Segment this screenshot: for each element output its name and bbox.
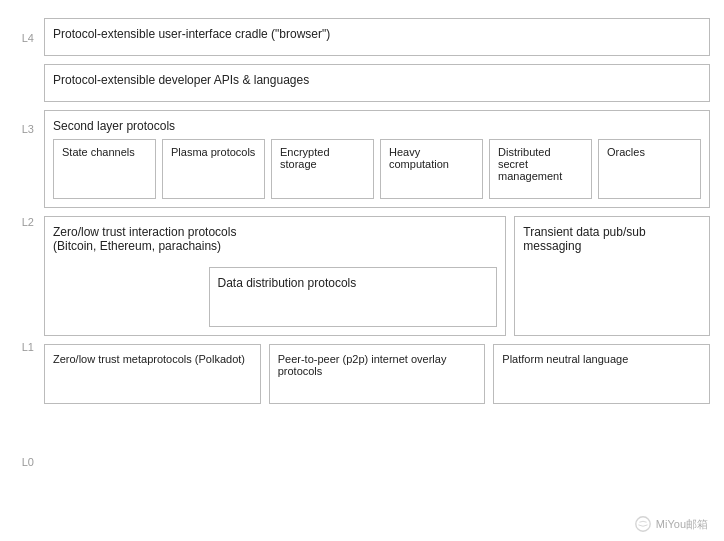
watermark-icon: [634, 515, 652, 533]
l2-title: Second layer protocols: [53, 119, 701, 133]
label-l4: L4: [0, 20, 44, 44]
l4-title: Protocol-extensible user-interface cradl…: [53, 27, 701, 41]
l1-left-panel: Zero/low trust interaction protocols(Bit…: [44, 216, 506, 336]
watermark: MiYou邮箱: [634, 515, 708, 533]
l1-sub-panel: Data distribution protocols: [209, 267, 498, 327]
layer-l0: Zero/low trust metaprotocols (Polkadot) …: [44, 344, 710, 404]
layer-l4: Protocol-extensible user-interface cradl…: [44, 18, 710, 56]
layer-l3: Protocol-extensible developer APIs & lan…: [44, 64, 710, 102]
layer-l2: Second layer protocols State channels Pl…: [44, 110, 710, 208]
label-l2: L2: [0, 206, 44, 228]
box-encrypted-storage: Encrypted storage: [271, 139, 374, 199]
layer-labels: L4 L3 L2 L1 L0: [0, 10, 44, 531]
l3-title: Protocol-extensible developer APIs & lan…: [53, 73, 701, 87]
svg-point-0: [636, 517, 650, 531]
l0-metaprotocols: Zero/low trust metaprotocols (Polkadot): [44, 344, 261, 404]
box-distributed-secret: Distributed secret management: [489, 139, 592, 199]
box-plasma: Plasma protocols: [162, 139, 265, 199]
watermark-text: MiYou邮箱: [656, 517, 708, 532]
l1-right-panel: Transient data pub/sub messaging: [514, 216, 710, 336]
l1-sub-title: Data distribution protocols: [218, 276, 489, 290]
layers-wrapper: L4 L3 L2 L1 L0 Protocol-extensible user-…: [0, 0, 724, 541]
label-l3: L3: [0, 117, 44, 135]
box-oracles: Oracles: [598, 139, 701, 199]
l1-left-title: Zero/low trust interaction protocols(Bit…: [53, 225, 497, 253]
l0-platform: Platform neutral language: [493, 344, 710, 404]
label-l0: L0: [0, 446, 44, 468]
layers-content: Protocol-extensible user-interface cradl…: [44, 10, 724, 531]
layer-l1: Zero/low trust interaction protocols(Bit…: [44, 216, 710, 336]
box-state-channels: State channels: [53, 139, 156, 199]
l0-p2p: Peer-to-peer (p2p) internet overlay prot…: [269, 344, 486, 404]
label-l1: L1: [0, 331, 44, 353]
l2-boxes: State channels Plasma protocols Encrypte…: [53, 139, 701, 199]
l1-right-title: Transient data pub/sub messaging: [523, 225, 701, 253]
box-heavy-computation: Heavy computation: [380, 139, 483, 199]
